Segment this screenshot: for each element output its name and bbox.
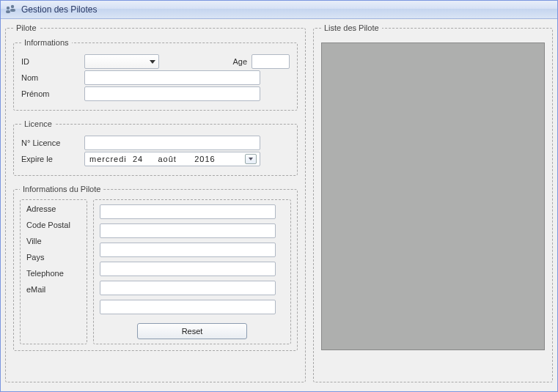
id-combobox[interactable] xyxy=(84,54,159,69)
left-panel: Pilote Informations ID Age xyxy=(5,23,306,387)
age-label: Age xyxy=(225,57,247,66)
calendar-dropdown-icon[interactable] xyxy=(245,154,257,164)
age-input[interactable] xyxy=(252,54,290,69)
prenom-input[interactable] xyxy=(84,86,260,101)
informations-legend: Informations xyxy=(21,38,72,47)
svg-rect-3 xyxy=(10,9,15,12)
content-area: Pilote Informations ID Age xyxy=(1,19,557,391)
ville-label: Ville xyxy=(26,237,81,245)
pilote-list[interactable] xyxy=(321,42,545,350)
right-panel: Liste des Pilote xyxy=(313,23,553,387)
tel-label: Telephone xyxy=(26,269,81,278)
expire-date-text: mercredi 24 août 2016 xyxy=(89,155,216,163)
licence-num-label: N° Licence xyxy=(21,138,80,147)
expire-label: Expire le xyxy=(21,155,80,163)
liste-group: Liste des Pilote xyxy=(313,23,553,382)
svg-point-1 xyxy=(11,5,14,8)
informations-group: Informations ID Age Nom xyxy=(13,38,298,111)
nom-input[interactable] xyxy=(84,70,260,85)
svg-rect-2 xyxy=(6,10,10,13)
app-icon xyxy=(5,4,17,15)
adresse-label: Adresse xyxy=(26,204,81,213)
titlebar: Gestion des Pilotes xyxy=(1,1,557,19)
chevron-down-icon xyxy=(150,60,155,64)
pilote-legend: Pilote xyxy=(13,23,40,32)
window: Gestion des Pilotes Pilote Informations … xyxy=(0,0,558,392)
licence-legend: Licence xyxy=(21,119,55,128)
pays-label: Pays xyxy=(26,253,81,262)
id-label: ID xyxy=(21,57,80,66)
details-label-column: Adresse Code Postal Ville Pays Telephone… xyxy=(20,199,87,344)
liste-legend: Liste des Pilote xyxy=(321,23,382,32)
cp-input[interactable] xyxy=(100,223,276,238)
pays-input[interactable] xyxy=(100,262,276,276)
expire-datepicker[interactable]: mercredi 24 août 2016 xyxy=(84,152,260,166)
adresse-input[interactable] xyxy=(100,204,276,219)
pilote-group: Pilote Informations ID Age xyxy=(5,23,306,382)
details-field-column: Reset xyxy=(93,199,291,344)
tel-input[interactable] xyxy=(100,281,276,295)
email-label: eMail xyxy=(26,285,81,294)
email-input[interactable] xyxy=(100,300,276,314)
prenom-label: Prénom xyxy=(21,89,80,98)
licence-group: Licence N° Licence Expire le mercredi 24… xyxy=(13,119,298,176)
cp-label: Code Postal xyxy=(26,221,81,229)
licence-num-input[interactable] xyxy=(84,136,260,150)
ville-input[interactable] xyxy=(100,243,276,257)
window-title: Gestion des Pilotes xyxy=(21,4,97,15)
reset-button[interactable]: Reset xyxy=(137,323,247,339)
details-group: Informations du Pilote Adresse Code Post… xyxy=(13,185,298,351)
svg-point-0 xyxy=(7,7,10,10)
nom-label: Nom xyxy=(21,73,80,82)
details-legend: Informations du Pilote xyxy=(20,185,103,193)
